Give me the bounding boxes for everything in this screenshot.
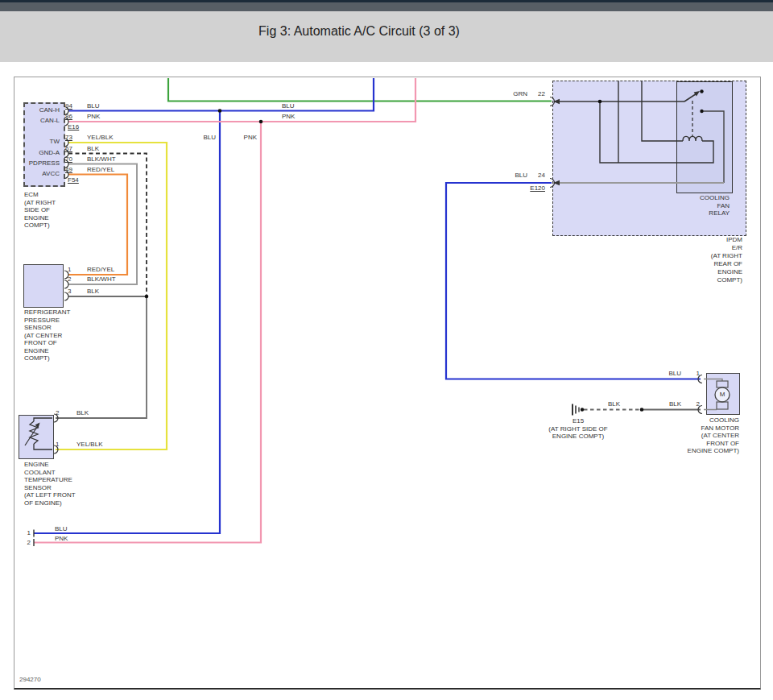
cooling-fan-relay-box	[676, 81, 733, 193]
motor-letter: M	[717, 391, 728, 398]
wire-color-label: BLU	[55, 525, 68, 532]
ecm-pin-name: CAN-H	[24, 106, 60, 114]
ecm-connector-id: F54	[68, 176, 79, 184]
wire-color-label: BLK	[87, 288, 99, 295]
wire-color-label: BLK/WHT	[87, 275, 116, 283]
wire-color-label: YEL/BLK	[87, 134, 113, 141]
stub-pin-number: 1	[23, 529, 31, 536]
ipdm-connector-id: E120	[519, 184, 545, 192]
sensor-pin-number: 2	[56, 409, 59, 416]
ipdm-pin-number: 22	[534, 90, 545, 97]
ecm-pin-name: GND-A	[24, 149, 60, 156]
wiring-diagram-page: Fig 3: Automatic A/C Circuit (3 of 3)	[0, 0, 773, 700]
sensor-pin-number: 2	[68, 275, 71, 283]
ecm-pin-number: 67	[65, 145, 72, 152]
relay-label: COOLINGFANRELAY	[668, 194, 730, 217]
wire-color-label: BLK	[76, 409, 89, 416]
coolant-temp-sensor-box	[19, 415, 54, 459]
ecm-pin-name: AVCC	[24, 170, 60, 177]
wire-color-label: BLK	[660, 400, 681, 408]
refrigerant-pressure-sensor-box	[23, 264, 64, 308]
wire-color-label: PNK	[87, 113, 100, 120]
fan-pin-number: 2	[688, 400, 700, 408]
wire-color-label: PNK	[55, 535, 68, 542]
refrigerant-sensor-label: REFRIGERANTPRESSURE SENSOR(AT CENTER FRO…	[24, 309, 70, 362]
top-gray-strip	[0, 2, 773, 11]
wire-color-label: BLK/WHT	[87, 155, 116, 163]
fan-pin-number: 1	[688, 370, 700, 377]
wire-color-label: BLU	[87, 102, 100, 110]
ecm-pin-number: 86	[65, 113, 72, 120]
wire-color-label: PNK	[242, 134, 257, 141]
wire-color-label: BLU	[507, 172, 527, 179]
ipdm-location-label: IPDME/R(AT RIGHT REAR OFENGINECOMPT)	[676, 236, 742, 284]
wire-color-label: PNK	[282, 113, 295, 120]
fan-motor-label: COOLINGFAN MOTOR(AT CENTER FRONT OFENGIN…	[660, 416, 739, 455]
wire-color-label: BLU	[201, 134, 216, 141]
ecm-pin-number: 94	[65, 102, 72, 110]
ecm-location-label: ECM(AT RIGHTSIDE OF ENGINECOMPT)	[24, 191, 56, 230]
ipdm-pin-number: 24	[534, 172, 545, 179]
wire-color-label: BLK	[87, 145, 99, 152]
ground-e15-label: E15(AT RIGHT SIDE OFENGINE COMPT)	[538, 417, 618, 441]
wire-color-label: BLU	[282, 102, 295, 110]
wire-color-label: BLK	[599, 400, 620, 408]
wire-color-label: YEL/BLK	[76, 441, 102, 448]
ecm-pin-name: CAN-L	[24, 117, 60, 124]
sensor-pin-number: 3	[68, 288, 71, 295]
ecm-pin-number: 70	[65, 155, 72, 163]
ecm-pin-number: 49	[65, 166, 72, 173]
diagram-number: 294270	[19, 676, 41, 683]
wire-color-label: GRN	[507, 90, 527, 97]
ecm-pin-number: 73	[65, 134, 72, 141]
sensor-pin-number: 1	[68, 266, 71, 273]
ecm-pin-name: PDPRESS	[24, 159, 60, 167]
wire-color-label: RED/YEL	[87, 266, 114, 273]
sensor-pin-number: 1	[56, 441, 59, 448]
wire-color-label: RED/YEL	[87, 166, 114, 173]
ecm-pin-name: TW	[24, 138, 60, 145]
ecm-connector-id: E16	[68, 123, 79, 130]
stub-pin-number: 2	[23, 539, 31, 546]
coolant-sensor-label: ENGINECOOLANT TEMPERATURESENSOR (AT LEFT…	[24, 461, 76, 507]
wire-color-label: BLU	[660, 370, 681, 377]
figure-title: Fig 3: Automatic A/C Circuit (3 of 3)	[258, 24, 460, 39]
